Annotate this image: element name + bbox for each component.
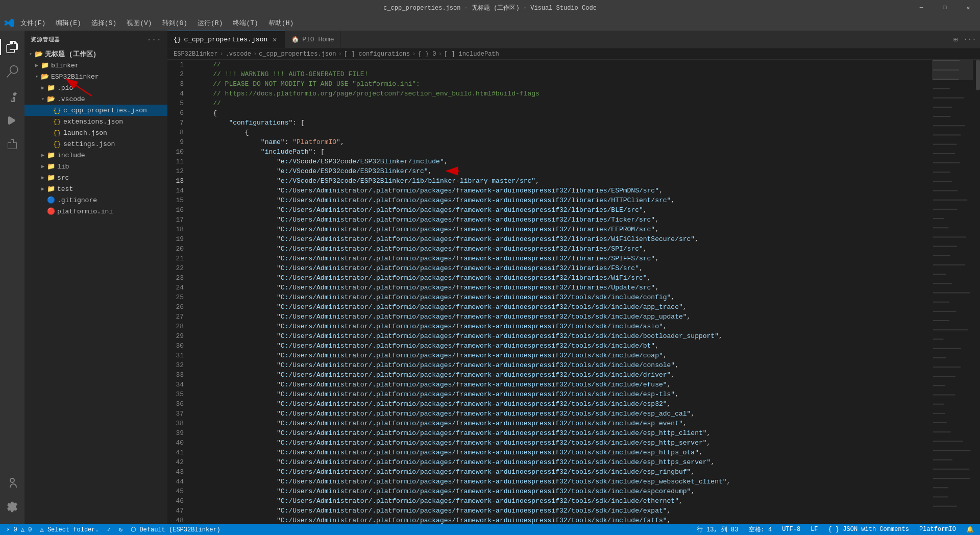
code-content[interactable]: // // !!! WARNING !!! AUTO-GENERATED FIL… — [193, 60, 932, 524]
status-select-folder[interactable]: △ Select folder. — [38, 526, 101, 533]
tree-arrow-1: ▶ — [33, 62, 41, 68]
maximize-button[interactable]: □ — [933, 0, 957, 15]
menu-goto[interactable]: 转到(G) — [158, 16, 191, 30]
breadcrumb-configurations[interactable]: [ ] configurations — [344, 51, 410, 58]
close-button[interactable]: ✕ — [957, 0, 980, 15]
menu-bar: 文件(F) 编辑(E) 选择(S) 视图(V) 转到(G) 运行(R) 终端(T… — [0, 15, 980, 31]
breadcrumb-includepath[interactable]: [ ] includePath — [444, 51, 499, 58]
tree-item-settings-json[interactable]: {}settings.json — [24, 138, 167, 150]
tree-item-blinker[interactable]: ▶📁blinker — [24, 60, 167, 71]
code-line-32: "C:/Users/Administrator/.platformio/pack… — [197, 360, 932, 370]
minimize-button[interactable]: ─ — [910, 0, 933, 15]
file-icon-workspace: 📂 — [35, 50, 43, 58]
minimap-percentage: 43% — [975, 477, 980, 483]
tree-label-2: ESP32Blinker — [51, 73, 99, 81]
code-line-21: "C:/Users/Administrator/.platformio/pack… — [197, 254, 932, 263]
split-editor-button[interactable]: ⊞ — [949, 33, 962, 45]
activity-source-control[interactable] — [0, 84, 24, 108]
menu-view[interactable]: 视图(V) — [122, 16, 156, 30]
menu-file[interactable]: 文件(F) — [16, 16, 50, 30]
breadcrumb-esp32blinker[interactable]: ESP32Blinker — [174, 51, 217, 58]
activity-settings[interactable] — [0, 495, 24, 520]
status-sync[interactable]: ↻ — [117, 526, 125, 533]
line-number-16: 16 — [167, 205, 189, 215]
line-number-15: 15 — [167, 196, 189, 205]
menu-help[interactable]: 帮助(H) — [264, 16, 298, 30]
tab-cpp-properties[interactable]: {} c_cpp_properties.json ✕ — [167, 31, 285, 48]
breadcrumb-file[interactable]: c_cpp_properties.json — [259, 51, 336, 58]
tree-item-esp32blinker[interactable]: ▾📂ESP32Blinker — [24, 71, 167, 82]
code-line-45: "C:/Users/Administrator/.platformio/pack… — [197, 487, 932, 496]
status-errors[interactable]: ⚡ 0 △ 0 — [4, 526, 34, 533]
tree-label-1: blinker — [51, 62, 79, 69]
line-number-11: 11 — [167, 157, 189, 166]
file-icon-folder: 📁 — [41, 61, 49, 69]
activity-extensions[interactable] — [0, 133, 24, 157]
tree-item-c-cpp-properties-json[interactable]: {}c_cpp_properties.json — [24, 105, 167, 116]
line-number-17: 17 — [167, 215, 189, 225]
activity-bar — [0, 31, 24, 524]
tree-item-platformio-ini[interactable]: 🔴platformio.ini — [24, 206, 167, 217]
tree-label-10: lib — [57, 163, 69, 171]
file-icon-folder: 📁 — [47, 174, 55, 182]
activity-search[interactable] — [0, 59, 24, 84]
line-number-22: 22 — [167, 263, 189, 273]
tab-pio-home[interactable]: 🏠 PIO Home — [285, 31, 340, 48]
window-title: c_cpp_properties.json - 无标题 (工作区) - Visu… — [383, 4, 597, 12]
tree-item-src[interactable]: ▶📁src — [24, 172, 167, 183]
activity-explorer[interactable] — [0, 35, 24, 59]
line-number-43: 43 — [167, 467, 189, 477]
breadcrumb-vscode[interactable]: .vscode — [226, 51, 251, 58]
code-line-8: { — [197, 128, 932, 137]
menu-select[interactable]: 选择(S) — [87, 16, 120, 30]
status-position[interactable]: 行 13, 列 83 — [695, 525, 741, 534]
tree-item-extensions-json[interactable]: {}extensions.json — [24, 116, 167, 127]
editor-content: 1234567891011121314151617181920212223242… — [167, 60, 980, 524]
code-line-42: "C:/Users/Administrator/.platformio/pack… — [197, 457, 932, 467]
code-line-35: "C:/Users/Administrator/.platformio/pack… — [197, 390, 932, 399]
status-eol[interactable]: LF — [808, 526, 820, 533]
status-left: ⚡ 0 △ 0 △ Select folder. ✓ ↻ ⬡ Default (… — [4, 526, 223, 533]
tree-item--pio[interactable]: ▶📁.pio — [24, 82, 167, 93]
tree-label-4: .vscode — [57, 95, 85, 103]
status-language[interactable]: { } JSON with Comments — [826, 526, 911, 533]
tab-json-icon: {} — [174, 36, 181, 43]
tree-label-7: launch.json — [63, 129, 107, 137]
sidebar-more-button[interactable]: ··· — [146, 35, 161, 44]
breadcrumb-obj0[interactable]: { } 0 — [418, 51, 436, 58]
activity-run[interactable] — [0, 108, 24, 133]
tree-item--gitignore[interactable]: 🔵.gitignore — [24, 194, 167, 206]
line-number-1: 1 — [167, 60, 189, 69]
menu-terminal[interactable]: 终端(T) — [229, 16, 262, 30]
tree-item--vscode[interactable]: ▾📂.vscode — [24, 93, 167, 105]
tree-arrow-11: ▶ — [39, 175, 47, 181]
tab-cpp-properties-close[interactable]: ✕ — [271, 36, 279, 44]
tree-item----------[interactable]: ▾📂无标题 (工作区) — [24, 48, 167, 60]
line-number-13: 13 — [167, 176, 189, 186]
status-encoding[interactable]: UTF-8 — [780, 526, 802, 533]
status-platformio[interactable]: PlatformIO — [917, 526, 958, 533]
tree-item-test[interactable]: ▶📁test — [24, 183, 167, 194]
line-number-27: 27 — [167, 312, 189, 322]
code-line-47: "C:/Users/Administrator/.platformio/pack… — [197, 506, 932, 516]
tree-label-12: test — [57, 185, 73, 193]
line-numbers: 1234567891011121314151617181920212223242… — [167, 60, 193, 524]
status-git[interactable]: ✓ — [105, 526, 113, 533]
tree-label-13: .gitignore — [57, 197, 97, 204]
tree-label-3: .pio — [57, 84, 73, 92]
scrollbar-track[interactable]: 43% 23.7k 90.9k — [973, 60, 980, 524]
more-actions-button[interactable]: ··· — [964, 33, 976, 45]
tab-cpp-properties-label: c_cpp_properties.json — [184, 36, 267, 43]
code-line-43: "C:/Users/Administrator/.platformio/pack… — [197, 467, 932, 477]
status-pio[interactable]: ⬡ Default (ESP32Blinker) — [129, 526, 223, 533]
status-notifications[interactable]: 🔔 — [964, 526, 976, 533]
tree-item-launch-json[interactable]: {}launch.json — [24, 127, 167, 138]
line-number-38: 38 — [167, 419, 189, 428]
status-spaces[interactable]: 空格: 4 — [747, 525, 774, 534]
line-number-35: 35 — [167, 390, 189, 399]
tree-item-lib[interactable]: ▶📁lib — [24, 161, 167, 172]
activity-account[interactable] — [0, 471, 24, 495]
menu-run[interactable]: 运行(R) — [193, 16, 227, 30]
tree-item-include[interactable]: ▶📁include — [24, 150, 167, 161]
menu-edit[interactable]: 编辑(E) — [52, 16, 85, 30]
